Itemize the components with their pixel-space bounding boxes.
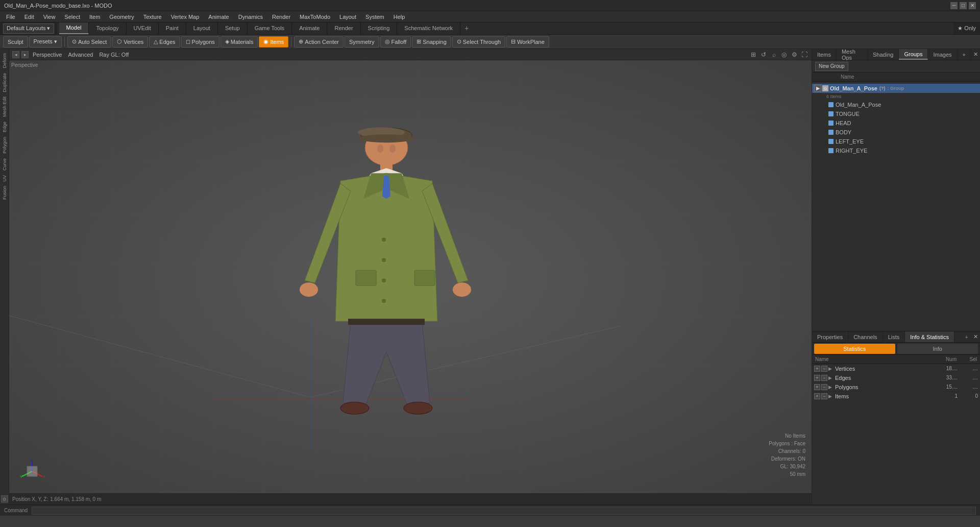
menu-view[interactable]: View — [39, 13, 60, 21]
maximize-button[interactable]: □ — [960, 2, 967, 9]
left-tab-fusion[interactable]: Fusion — [1, 184, 8, 202]
stats-row-items[interactable]: + − ▶ Items 1 0 — [812, 392, 980, 401]
tab-paint[interactable]: Paint — [159, 22, 186, 34]
left-tab-deform[interactable]: Deform — [1, 51, 8, 70]
stats-minus-items[interactable]: − — [821, 393, 827, 399]
autoselect-button[interactable]: ⊙ Auto Select — [67, 36, 111, 47]
vp-zoom-icon[interactable]: ⌕ — [770, 51, 778, 59]
tree-item-4[interactable]: LEFT_EYE — [812, 137, 980, 146]
stats-tab-lists[interactable]: Lists — [883, 331, 905, 342]
left-panel-toggle[interactable]: ○ — [1, 495, 8, 502]
vp-perspective-label[interactable]: Perspective — [31, 52, 64, 58]
tab-uvedit[interactable]: UVEdit — [127, 22, 159, 34]
viewport-3d[interactable]: No Items Polygons : Face Channels: 0 Def… — [9, 60, 812, 493]
right-tab-shading[interactable]: Shading — [868, 49, 899, 60]
right-tab-items[interactable]: Items — [812, 49, 837, 60]
tab-setup[interactable]: Setup — [218, 22, 248, 34]
statistics-toggle-btn[interactable]: Statistics — [814, 344, 895, 354]
layouts-dropdown[interactable]: Default Layouts ▾ — [3, 23, 54, 34]
stats-expand-vertices[interactable]: ▶ — [828, 366, 834, 371]
right-tab-add[interactable]: + — [958, 49, 971, 60]
right-tab-meshops[interactable]: Mesh Ops — [837, 49, 868, 60]
right-tab-images[interactable]: Images — [928, 49, 957, 60]
vp-raygl-label[interactable]: Ray GL: Off — [97, 52, 131, 58]
presets-button[interactable]: Presets ▾ — [29, 36, 62, 47]
vp-advanced-label[interactable]: Advanced — [66, 52, 95, 58]
tab-add-button[interactable]: + — [460, 22, 473, 34]
tree-item-5[interactable]: RIGHT_EYE — [812, 146, 980, 155]
symmetry-button[interactable]: Symmetry — [345, 36, 379, 47]
action-center-button[interactable]: ⊕ Action Center — [294, 36, 344, 47]
stats-row-polygons[interactable]: + − ▶ Polygons 15.... .... — [812, 382, 980, 392]
close-button[interactable]: ✕ — [969, 2, 976, 9]
command-input[interactable] — [32, 507, 976, 515]
stats-add-polygons[interactable]: + — [814, 384, 820, 390]
menu-help[interactable]: Help — [389, 13, 409, 21]
titlebar-controls[interactable]: ─ □ ✕ — [950, 2, 976, 9]
only-button[interactable]: ★ Only — [953, 25, 980, 32]
polygons-button[interactable]: ◻ Polygons — [181, 36, 219, 47]
tree-item-1[interactable]: TONGUE — [812, 109, 980, 118]
tab-model[interactable]: Model — [59, 22, 89, 34]
materials-button[interactable]: ◈ Materials — [220, 36, 258, 47]
new-group-button[interactable]: New Group — [815, 62, 848, 71]
select-through-button[interactable]: ⊙ Select Through — [452, 36, 505, 47]
left-tab-duplicate[interactable]: Duplicate — [1, 71, 8, 94]
menu-edit[interactable]: Edit — [20, 13, 38, 21]
scene-tree[interactable]: ▶ G Old_Man_A_Pose (?) : Group 6 Items O… — [812, 82, 980, 331]
menu-geometry[interactable]: Geometry — [105, 13, 138, 21]
left-tab-curve[interactable]: Curve — [1, 156, 8, 173]
minimize-button[interactable]: ─ — [950, 2, 958, 9]
stats-add-vertices[interactable]: + — [814, 366, 820, 372]
stats-tab-add[interactable]: + — [962, 331, 971, 342]
menu-animate[interactable]: Animate — [204, 13, 233, 21]
tab-render[interactable]: Render — [327, 22, 360, 34]
stats-add-edges[interactable]: + — [814, 375, 820, 381]
vp-arrow-btn[interactable]: ▸ — [21, 51, 29, 58]
group-collapse-icon[interactable]: ▶ — [814, 85, 821, 92]
menu-system[interactable]: System — [361, 13, 388, 21]
tab-layout[interactable]: Layout — [186, 22, 218, 34]
stats-expand-items[interactable]: ▶ — [828, 394, 834, 399]
edges-button[interactable]: △ Edges — [149, 36, 180, 47]
menu-maxtomodo[interactable]: MaxToModo — [296, 13, 334, 21]
vp-maximize-icon[interactable]: ⛶ — [800, 51, 808, 59]
stats-add-items[interactable]: + — [814, 393, 820, 399]
items-button[interactable]: ◉ Items — [259, 36, 288, 47]
tree-item-3[interactable]: BODY — [812, 128, 980, 137]
sculpt-button[interactable]: Sculpt — [3, 36, 28, 47]
snapping-button[interactable]: ⊞ Snapping — [412, 36, 451, 47]
stats-row-edges[interactable]: + − ▶ Edges 33.... .... — [812, 373, 980, 382]
tree-item-0[interactable]: Old_Man_A_Pose — [812, 100, 980, 109]
vp-refresh-icon[interactable]: ↺ — [760, 51, 768, 59]
tab-animate[interactable]: Animate — [292, 22, 327, 34]
menu-vertexmap[interactable]: Vertex Map — [167, 13, 204, 21]
right-tab-groups[interactable]: Groups — [899, 49, 928, 60]
stats-tab-channels[interactable]: Channels — [848, 331, 883, 342]
stats-panel-close[interactable]: ✕ — [971, 331, 980, 342]
stats-tab-info[interactable]: Info & Statistics — [905, 331, 954, 342]
vp-grid-icon[interactable]: ⊞ — [749, 51, 757, 59]
vp-menu-btn[interactable]: ◂ — [12, 51, 19, 58]
left-tab-polygon[interactable]: Polygon — [1, 135, 8, 156]
tab-gametools[interactable]: Game Tools — [248, 22, 292, 34]
tree-item-2[interactable]: HEAD — [812, 118, 980, 128]
tab-topology[interactable]: Topology — [89, 22, 126, 34]
tree-group-item[interactable]: ▶ G Old_Man_A_Pose (?) : Group — [812, 84, 980, 93]
vp-settings-icon[interactable]: ⚙ — [790, 51, 798, 59]
stats-minus-polygons[interactable]: − — [821, 384, 827, 390]
workplane-button[interactable]: ⊟ WorkPlane — [506, 36, 549, 47]
stats-row-vertices[interactable]: + − ▶ Vertices 18.... .... — [812, 364, 980, 373]
menu-render[interactable]: Render — [268, 13, 295, 21]
menu-select[interactable]: Select — [60, 13, 84, 21]
stats-minus-vertices[interactable]: − — [821, 366, 827, 372]
left-tab-meshedit[interactable]: Mesh Edit — [1, 94, 8, 119]
right-panel-close[interactable]: ✕ — [971, 49, 980, 60]
menu-item[interactable]: Item — [85, 13, 104, 21]
falloff-button[interactable]: ◎ Falloff — [380, 36, 411, 47]
info-toggle-btn[interactable]: Info — [897, 344, 978, 354]
tab-scripting[interactable]: Scripting — [361, 22, 398, 34]
menu-layout[interactable]: Layout — [335, 13, 360, 21]
stats-expand-polygons[interactable]: ▶ — [828, 385, 834, 390]
stats-expand-edges[interactable]: ▶ — [828, 375, 834, 380]
